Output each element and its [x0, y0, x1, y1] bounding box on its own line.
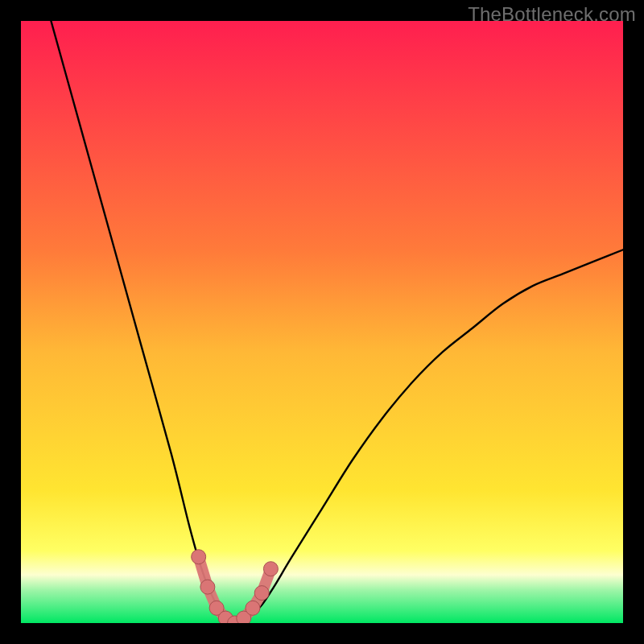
plot-area: [21, 21, 623, 623]
marker-point: [254, 586, 269, 601]
marker-point: [263, 562, 278, 576]
gradient-background: [21, 21, 623, 623]
marker-point: [192, 550, 206, 564]
outer-black-frame: TheBottleneck.com: [0, 0, 644, 644]
marker-point: [246, 601, 260, 615]
watermark-text: TheBottleneck.com: [468, 3, 636, 26]
chart-svg: [21, 21, 623, 623]
marker-point: [200, 580, 215, 594]
